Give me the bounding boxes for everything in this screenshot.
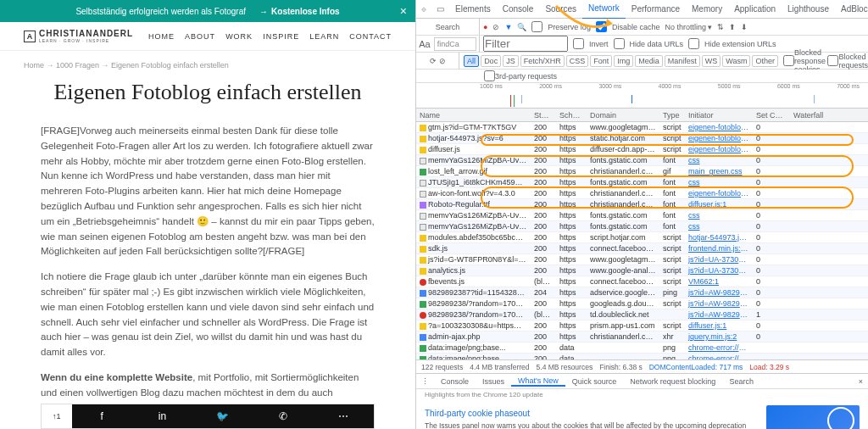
page-title: Eigenen Fotoblog einfach erstellen [41,80,375,105]
sum-load: Load: 3.29 s [749,363,789,371]
throttling-select[interactable]: No throttling ▾ [665,23,712,31]
aa-icon[interactable]: Aa [419,39,430,49]
pill-all[interactable]: All [464,55,479,67]
share-more-icon[interactable]: ⋯ [314,404,374,428]
close-icon[interactable]: × [400,4,407,18]
logo[interactable]: A CHRISTIANANDERL LEARN · GROW · INSPIRE [24,29,133,43]
table-row[interactable]: gtm.js?id=GTM-T7KT5GV200httpswww.googlet… [416,122,868,133]
tab-network[interactable]: Network [582,0,626,20]
banner-cta[interactable]: → Kostenlose Infos [259,7,340,16]
drawer-tab-issues[interactable]: Issues [476,377,511,386]
pill-css[interactable]: CSS [566,55,589,67]
search-icon[interactable]: 🔍 [517,23,526,31]
drawer-tab-console[interactable]: Console [434,377,476,386]
nav-work[interactable]: WORK [225,32,253,41]
wifi-icon[interactable]: ⇅ [717,23,724,31]
table-row[interactable]: 982989238/?random=170484405516&...(bloc.… [416,309,868,320]
table-row[interactable]: 982989238/?random=170484405516&...200htt… [416,298,868,309]
devtools-tabs: ⟐ ▭ Elements Console Sources Network Per… [416,0,868,19]
table-row[interactable]: aw-icon-font.woff?v=4.3.0200httpschristi… [416,188,868,199]
table-row[interactable]: diffuser.js200httpsdiffuser-cdn.app-us1.… [416,144,868,155]
table-row[interactable]: Roboto-Regular.ttf200httpschristianander… [416,199,868,210]
drawer-tab-search[interactable]: Search [722,377,760,386]
network-toolbar: Search ● ⊘ ▼ 🔍 Preserve log Disable cach… [416,19,868,36]
network-timeline[interactable]: 1000 ms 2000 ms 3000 ms 4000 ms 5000 ms … [416,83,868,109]
tab-memory[interactable]: Memory [686,0,728,19]
table-row[interactable]: 9829892387?tid=1154328933.17048443088...… [416,287,868,298]
table-row[interactable]: memvYaGs126MiZpBA-UvWbX2vVnXB...200https… [416,210,868,221]
blocked-response-checkbox[interactable] [783,55,794,66]
pill-media[interactable]: Media [635,55,663,67]
table-row[interactable]: admin-ajax.php200httpschristiananderl.co… [416,332,868,343]
table-row[interactable]: hotjar-544973.js?sv=6200httpsstatic.hotj… [416,133,868,144]
inspect-icon[interactable]: ⟐ [416,4,431,14]
tab-sources[interactable]: Sources [539,0,582,19]
pill-js[interactable]: JS [503,55,519,67]
drawer-tab-whatsnew[interactable]: What's New [511,376,565,387]
disable-cache-checkbox[interactable] [596,21,607,32]
pill-ws[interactable]: WS [702,55,721,67]
logo-sub: LEARN · GROW · INSPIRE [39,38,133,43]
sum-requests: 122 requests [421,363,463,371]
record-icon[interactable]: ● [483,23,487,31]
tab-console[interactable]: Console [497,0,540,19]
nav-learn[interactable]: LEARN [309,32,339,41]
share-twitter-icon[interactable]: 🐦 [192,404,253,428]
tab-lighthouse[interactable]: Lighthouse [782,0,835,19]
upload-icon[interactable]: ⬆ [729,23,736,31]
devtools-pane: ⟐ ▭ Elements Console Sources Network Per… [415,0,868,429]
clear-search-icon[interactable]: ⊘ [439,57,446,65]
bc-cat[interactable]: 1000 Fragen [56,61,99,70]
network-table: Name Status Scheme Domain Type Initiator… [416,109,868,359]
pill-doc[interactable]: Doc [481,55,501,67]
table-row[interactable]: JTUSjIg1_i6t8kCHKm459WlhyW.woff2200https… [416,177,868,188]
pill-manifest[interactable]: Manifest [665,55,700,67]
drawer-tab-blocking[interactable]: Network request blocking [623,377,722,386]
pill-xhr[interactable]: Fetch/XHR [520,55,565,67]
search-label: Search [436,23,460,31]
nav-about[interactable]: ABOUT [185,32,215,41]
preserve-log-checkbox[interactable] [531,21,542,32]
tab-application[interactable]: Application [728,0,782,19]
nav-contact[interactable]: CONTACT [349,32,392,41]
nav-inspire[interactable]: INSPIRE [263,32,299,41]
drawer-heading[interactable]: Third-party cookie phaseout [425,409,758,418]
table-row[interactable]: memvYaGs126MiZpBA-UvWbX2vVnXB...200https… [416,155,868,166]
table-row[interactable]: sdk.js200httpsconnect.facebook.netscript… [416,243,868,254]
drawer-thumbnail[interactable] [766,405,860,429]
drawer-close-icon[interactable]: × [854,377,868,386]
drawer-tab-quicksource[interactable]: Quick source [565,377,624,386]
share-linkedin-icon[interactable]: in [132,404,192,428]
sum-finish: Finish: 6.38 s [599,363,643,371]
clear-icon[interactable]: ⊘ [492,23,499,31]
share-whatsapp-icon[interactable]: ✆ [253,404,313,428]
share-facebook-icon[interactable]: f [72,404,132,428]
download-icon[interactable]: ⬇ [741,23,748,31]
table-row[interactable]: ?a=1003230308&u=https%3A%2F%2F...200http… [416,320,868,332]
table-row[interactable]: js?id=G-WT8FPR0N8Y&l=dataLayer&c...200ht… [416,254,868,265]
table-row[interactable]: lost_left_arrow.gif200httpschristianande… [416,166,868,177]
blocked-requests-checkbox[interactable] [827,55,838,66]
table-row[interactable]: data:image/png;base...200datapngchrome-e… [416,343,868,354]
device-icon[interactable]: ▭ [431,4,449,14]
sum-transferred: 4.4 MB transferred [470,363,529,371]
pill-wasm[interactable]: Wasm [722,55,750,67]
tab-elements[interactable]: Elements [449,0,497,19]
funnel-icon[interactable]: ▼ [504,23,512,31]
tab-adblock[interactable]: AdBlock [835,0,868,19]
bc-current: Eigenen Fotoblog einfach erstellen [111,61,229,70]
table-row[interactable]: analytics.js200httpswww.google-analytic.… [416,265,868,276]
table-row[interactable]: data:image/png;base...200datapngchrome-e… [416,354,868,359]
table-row[interactable]: modules.abdef350bc65bc56cbb1.js200httpss… [416,232,868,243]
pill-img[interactable]: Img [614,55,633,67]
drawer-kebab-icon[interactable]: ⋮ [416,377,434,386]
tab-performance[interactable]: Performance [626,0,686,19]
refresh-icon[interactable]: ⟳ [430,57,437,65]
pill-other[interactable]: Other [752,55,778,67]
nav-home[interactable]: HOME [148,32,175,41]
table-row[interactable]: fbevents.js(bloc...httpsconnect.facebook… [416,276,868,287]
bc-home[interactable]: Home [24,61,44,70]
pill-font[interactable]: Font [590,55,612,67]
table-row[interactable]: memvYaGs126MiZpBA-UvWbX2vVnXB...200https… [416,221,868,232]
third-party-checkbox[interactable] [484,70,495,81]
